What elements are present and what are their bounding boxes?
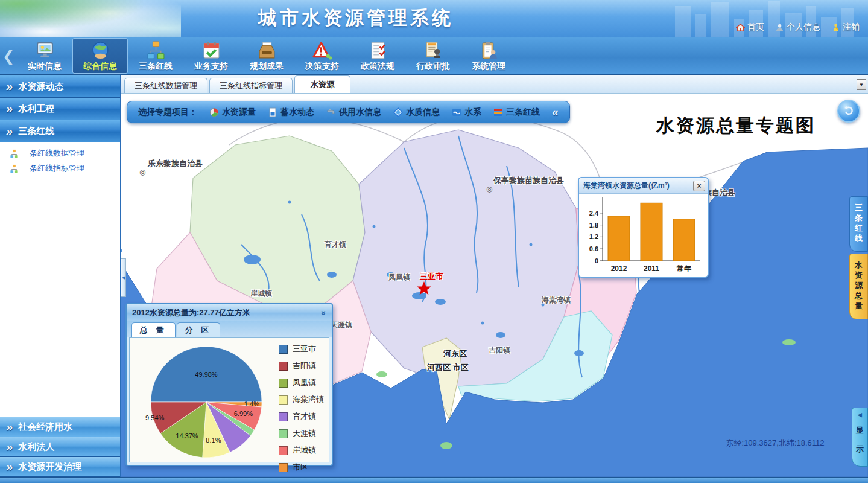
toolbar-back-arrow-icon[interactable]: ❮ xyxy=(0,37,17,75)
tab-overflow-dropdown-icon[interactable]: ▼ xyxy=(857,79,866,90)
topic-item-storage-dynamics[interactable]: 蓄水动态 xyxy=(268,107,314,118)
double-chevron-icon: » xyxy=(6,420,14,434)
topic-item-label: 水系 xyxy=(464,107,481,118)
legend-swatch xyxy=(279,395,288,405)
map-label[interactable]: 三亚市 xyxy=(420,271,443,282)
tab-water-resources[interactable]: 水资源 xyxy=(294,75,350,93)
svg-text:9.54%: 9.54% xyxy=(145,414,164,421)
toolbar-item-administrative-approval[interactable]: 行政审批 xyxy=(405,38,461,74)
toolbar-item-comprehensive-info[interactable]: 综合信息 xyxy=(72,38,128,74)
toolbar-item-label: 决策支持 xyxy=(305,61,339,72)
legend-item: 凤凰镇 xyxy=(279,377,324,388)
toolbar-item-three-red-lines[interactable]: 三条红线 xyxy=(128,38,183,74)
panel-collapse-icon[interactable]: » xyxy=(318,310,329,315)
topic-item-label: 三条红线 xyxy=(506,107,540,118)
legend-swatch xyxy=(279,446,288,455)
sidebar-item-social-economic-water[interactable]: »社会经济用水 xyxy=(0,417,120,437)
pie-chart-panel: 2012水资源总量为:27.77亿立方米 » 总 量分 区 49.98%1.4%… xyxy=(125,303,333,466)
svg-text:6.99%: 6.99% xyxy=(234,410,253,417)
topic-collapse-icon[interactable]: « xyxy=(552,106,559,119)
popup-close-button[interactable]: × xyxy=(693,181,705,191)
panel-body: 49.98%1.4%6.99%8.1%14.37%9.54% 三亚市吉阳镇凤凰镇… xyxy=(129,337,329,462)
toolbar-item-realtime-info[interactable]: 实时信息 xyxy=(17,38,72,74)
topic-item-water-quality-info[interactable]: 水质信息 xyxy=(393,107,440,118)
panel-tab-partition[interactable]: 分 区 xyxy=(177,322,221,337)
svg-text:常年: 常年 xyxy=(676,264,691,273)
map-viewport[interactable]: 选择专题项目： 水资源量蓄水动态供用水信息水质信息水系三条红线 « 水资源总量专… xyxy=(121,94,868,477)
archive-icon xyxy=(257,40,277,60)
side-tab-char: 资 xyxy=(855,270,863,280)
show-tab-char: 示 xyxy=(856,444,864,455)
pie-legend: 三亚市吉阳镇凤凰镇海棠湾镇育才镇天涯镇崖城镇市区 xyxy=(279,344,324,473)
clouds-decoration xyxy=(0,0,181,37)
banner-links: 首页个人信息注销 xyxy=(736,22,860,33)
svg-text:2.4: 2.4 xyxy=(589,210,599,217)
approval-icon xyxy=(423,40,443,60)
map-label[interactable]: 育才镇 xyxy=(325,240,346,250)
topic-item-water-supply-info[interactable]: 供用水信息 xyxy=(326,107,381,118)
map-label[interactable]: 崖城镇 xyxy=(250,289,272,299)
side-tab-char: 总 xyxy=(855,290,863,301)
popup-title: 海棠湾镇水资源总量(亿m³) xyxy=(579,178,708,194)
topic-item-water-quantity[interactable]: 水资源量 xyxy=(209,107,256,118)
refresh-button[interactable] xyxy=(837,100,860,123)
banner-link-label: 首页 xyxy=(747,22,764,33)
legend-swatch xyxy=(279,345,288,354)
side-tab-water-total-tab[interactable]: 水资源总量 xyxy=(849,254,868,319)
double-chevron-icon: » xyxy=(6,102,14,116)
map-label[interactable]: 海棠湾镇 xyxy=(542,295,571,305)
svg-text:2012: 2012 xyxy=(611,264,627,273)
side-tab-char: 红 xyxy=(855,223,863,233)
banner-link-label: 注销 xyxy=(843,22,860,33)
double-chevron-icon: » xyxy=(6,80,14,94)
banner-link-home[interactable]: 首页 xyxy=(736,22,764,33)
tab-red-line-index-mgmt[interactable]: 三条红线指标管理 xyxy=(209,78,293,93)
sidebar-item-water-resource-dynamics[interactable]: »水资源动态 xyxy=(0,75,120,98)
toolbar-item-label: 三条红线 xyxy=(139,61,173,72)
banner-link-profile[interactable]: 个人信息 xyxy=(775,22,820,33)
sidebar-subitem-red-line-data-mgmt[interactable]: 三条红线数据管理 xyxy=(10,148,120,159)
map-label[interactable]: 保亭黎族苗族自治县 xyxy=(493,175,564,186)
svg-text:8.1%: 8.1% xyxy=(206,437,221,444)
map-label[interactable]: 河西区 市区 xyxy=(427,362,469,373)
toolbar-item-policies-regulations[interactable]: 政策法规 xyxy=(350,38,405,74)
toolbar-item-system-management[interactable]: 系统管理 xyxy=(461,38,516,74)
side-tab-three-red-lines-tab[interactable]: 三条红线 xyxy=(849,196,868,252)
checklist-icon xyxy=(368,40,388,60)
toolbar-item-business-support[interactable]: 业务支持 xyxy=(183,38,239,74)
legend-label: 三亚市 xyxy=(293,344,316,354)
panel-title: 2012水资源总量为:27.77亿立方米 xyxy=(132,307,250,318)
redline-icon xyxy=(493,107,503,117)
topic-item-three-red-lines[interactable]: 三条红线 xyxy=(493,107,540,118)
sidebar-item-water-dev-governance[interactable]: »水资源开发治理 xyxy=(0,457,120,477)
map-label[interactable]: 凤凰镇 xyxy=(388,272,410,283)
legend-swatch xyxy=(279,463,288,472)
map-label[interactable]: 天涯镇 xyxy=(331,320,352,330)
sidebar-item-water-legal-person[interactable]: »水利法人 xyxy=(0,437,120,457)
banner-link-logout[interactable]: 注销 xyxy=(831,22,860,33)
topic-item-label: 水资源量 xyxy=(222,107,256,118)
map-label[interactable]: 乐东黎族自治县 xyxy=(148,158,203,169)
legend-item: 市区 xyxy=(279,462,324,473)
toolbar-item-label: 综合信息 xyxy=(83,61,117,72)
refresh-icon xyxy=(842,104,855,118)
topic-item-river-system[interactable]: 水系 xyxy=(452,107,481,118)
topic-item-label: 蓄水动态 xyxy=(280,107,314,118)
map-label[interactable]: 吉阳镇 xyxy=(489,345,510,356)
sidebar-item-three-red-lines[interactable]: »三条红线 xyxy=(0,120,120,142)
bar-chart-popup: 海棠湾镇水资源总量(亿m³) × 00.61.21.82.420122011常年 xyxy=(578,177,709,278)
sidebar-subitem-red-line-index-mgmt[interactable]: 三条红线指标管理 xyxy=(10,163,120,174)
show-panel-tab[interactable]: ◀ 显示 xyxy=(852,408,868,467)
side-tab-char: 水 xyxy=(855,260,863,270)
globe-icon xyxy=(90,40,110,60)
toolbar-item-decision-support[interactable]: 决策支持 xyxy=(294,38,350,74)
legend-label: 天涯镇 xyxy=(293,428,316,439)
toolbar-item-planning-results[interactable]: 规划成果 xyxy=(239,38,294,74)
sidebar-item-water-projects[interactable]: »水利工程 xyxy=(0,98,120,120)
map-label[interactable]: 河东区 xyxy=(443,348,467,359)
collapse-handle[interactable]: ◀ xyxy=(121,258,126,297)
tab-red-line-data-mgmt[interactable]: 三条红线数据管理 xyxy=(124,78,207,93)
panel-tab-total[interactable]: 总 量 xyxy=(131,322,176,337)
page-title: 城市水资源管理系统 xyxy=(258,5,454,31)
legend-label: 崖城镇 xyxy=(293,445,316,456)
